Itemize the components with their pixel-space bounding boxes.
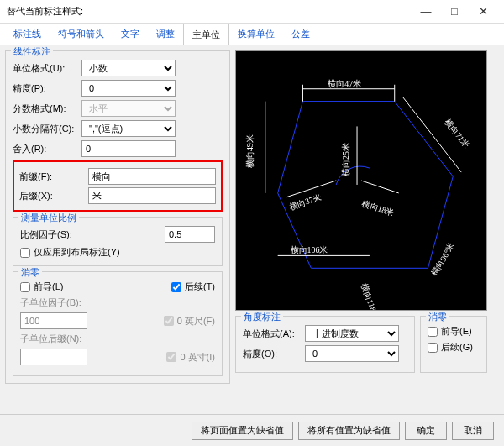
svg-text:横向47米: 横向47米 [328, 79, 361, 88]
unit-format-select[interactable]: 小数 [81, 60, 176, 76]
unit-format-label: 单位格式(U): [13, 62, 78, 75]
svg-text:横向71米: 横向71米 [444, 118, 471, 150]
window-title: 替代当前标注样式: [7, 5, 412, 18]
angle-leading-checkbox[interactable] [428, 327, 438, 337]
angle-unit-label: 单位格式(A): [243, 328, 302, 340]
cancel-button[interactable]: 取消 [452, 422, 494, 440]
scale-factor-label: 比例因子(S): [20, 228, 86, 241]
leading-label: 前导(L) [34, 281, 63, 293]
scale-title: 测量单位比例 [18, 212, 79, 224]
angle-zero-group: 消零 前导(E) 后续(G) [420, 316, 487, 373]
subsuffix-label: 子单位后缀(N): [20, 333, 81, 345]
tab-tolerance[interactable]: 公差 [283, 24, 318, 45]
svg-text:横向49米: 横向49米 [245, 134, 255, 168]
angle-trailing-label: 后续(G) [441, 341, 473, 354]
angle-title: 角度标注 [241, 311, 283, 323]
tab-dimlines[interactable]: 标注线 [5, 24, 50, 45]
frac-select: 水平 [81, 100, 176, 117]
ft-checkbox [164, 316, 174, 326]
trailing-label: 后续(T) [185, 281, 215, 293]
set-page-default-button[interactable]: 将页面值置为缺省值 [192, 422, 293, 440]
tab-alt-units[interactable]: 换算单位 [229, 24, 283, 45]
zero-title: 消零 [18, 266, 42, 279]
angle-prec-label: 精度(O): [243, 348, 302, 360]
linear-group: 线性标注 单位格式(U):小数 精度(P):0 分数格式(M):水平 小数分隔符… [5, 50, 230, 384]
preview-canvas: 横向47米 横向49米 横向25米 横向71米 横向37米 横向18米 横向10… [235, 50, 487, 311]
angle-leading-label: 前导(E) [441, 325, 472, 338]
suffix-label: 后缀(X): [19, 190, 85, 202]
prefix-label: 前缀(F): [19, 171, 85, 183]
trailing-checkbox[interactable] [171, 282, 181, 292]
frac-label: 分数格式(M): [13, 102, 78, 115]
precision-label: 精度(P): [13, 82, 78, 95]
zero-group: 消零 前导(L) 后续(T) 子单位因子(B): 0 英尺(F) 子单位后缀(N… [13, 271, 223, 376]
angle-unit-select[interactable]: 十进制度数 [305, 325, 399, 342]
subsuffix-input [20, 349, 87, 365]
inch-checkbox [166, 352, 176, 362]
close-button[interactable]: ✕ [469, 2, 497, 22]
ft-label: 0 英尺(F) [177, 315, 215, 328]
tab-symbols[interactable]: 符号和箭头 [50, 24, 113, 45]
svg-text:横向118°: 横向118° [360, 282, 380, 310]
svg-marker-0 [278, 102, 454, 269]
minimize-button[interactable]: — [412, 2, 440, 22]
svg-text:横向18米: 横向18米 [360, 198, 395, 218]
layout-only-checkbox[interactable] [20, 248, 30, 258]
prefix-suffix-highlight: 前缀(F): 后缀(X): [13, 160, 223, 212]
linear-title: 线性标注 [11, 45, 53, 58]
tab-bar: 标注线 符号和箭头 文字 调整 主单位 换算单位 公差 [0, 24, 504, 45]
inch-label: 0 英寸(I) [180, 351, 215, 364]
svg-line-13 [361, 181, 399, 193]
decsep-label: 小数分隔符(C): [13, 123, 78, 135]
precision-select[interactable]: 0 [81, 80, 176, 97]
round-input[interactable] [81, 140, 176, 157]
decsep-select[interactable]: ","(逗点) [81, 120, 176, 137]
scale-factor-input[interactable] [165, 226, 215, 243]
angle-zero-title: 消零 [426, 311, 449, 323]
angle-group: 角度标注 单位格式(A):十进制度数 精度(O):0 [235, 316, 415, 373]
round-label: 舍入(R): [13, 143, 78, 155]
angle-prec-select[interactable]: 0 [305, 345, 399, 362]
maximize-button[interactable]: □ [440, 2, 469, 22]
set-all-default-button[interactable]: 将所有值置为缺省值 [298, 422, 400, 440]
subfactor-label: 子单位因子(B): [20, 296, 81, 309]
tab-text[interactable]: 文字 [113, 24, 148, 45]
tab-fit[interactable]: 调整 [148, 24, 183, 45]
svg-text:横向25米: 横向25米 [341, 143, 350, 176]
scale-group: 测量单位比例 比例因子(S): 仅应用到布局标注(Y) [13, 217, 223, 266]
tab-primary-units[interactable]: 主单位 [183, 24, 229, 45]
ok-button[interactable]: 确定 [405, 422, 447, 440]
angle-trailing-checkbox[interactable] [428, 343, 438, 353]
leading-checkbox[interactable] [20, 282, 30, 292]
suffix-input[interactable] [88, 187, 216, 204]
subfactor-input [20, 312, 87, 329]
layout-only-label: 仅应用到布局标注(Y) [34, 246, 120, 259]
prefix-input[interactable] [88, 168, 216, 185]
svg-text:横向106米: 横向106米 [291, 245, 328, 254]
